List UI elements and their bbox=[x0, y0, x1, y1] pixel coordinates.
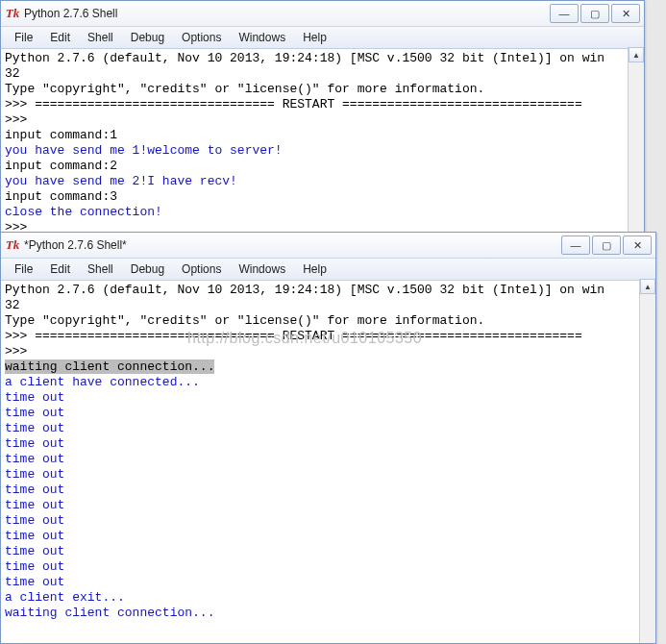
window-buttons: — ▢ ✕ bbox=[561, 235, 652, 255]
shell-line: 32 bbox=[5, 298, 652, 313]
shell-line: Python 2.7.6 (default, Nov 10 2013, 19:2… bbox=[5, 51, 640, 66]
scrollbar[interactable]: ▲ bbox=[628, 47, 644, 232]
shell-output[interactable]: Python 2.7.6 (default, Nov 10 2013, 19:2… bbox=[1, 281, 655, 644]
scroll-up-icon[interactable]: ▲ bbox=[640, 279, 655, 294]
shell-line: >>> bbox=[5, 344, 652, 359]
shell-line: time out bbox=[5, 575, 652, 590]
shell-line: time out bbox=[5, 559, 652, 575]
shell-line: time out bbox=[5, 436, 652, 452]
shell-line: time out bbox=[5, 421, 652, 436]
close-button[interactable]: ✕ bbox=[623, 235, 652, 255]
menu-file[interactable]: File bbox=[7, 29, 40, 46]
minimize-button[interactable]: — bbox=[550, 4, 579, 23]
menu-bar: File Edit Shell Debug Options Windows He… bbox=[1, 27, 644, 49]
menu-help[interactable]: Help bbox=[295, 260, 334, 278]
shell-line: time out bbox=[5, 513, 652, 529]
shell-line: Type "copyright", "credits" or "license(… bbox=[5, 313, 652, 329]
shell-line: input command:3 bbox=[5, 189, 640, 205]
titlebar[interactable]: Tk Python 2.7.6 Shell — ▢ ✕ bbox=[1, 1, 644, 27]
menu-options[interactable]: Options bbox=[174, 260, 229, 278]
maximize-button[interactable]: ▢ bbox=[592, 235, 621, 255]
shell-line: waiting client connection... bbox=[5, 606, 652, 621]
shell-line: input command:1 bbox=[5, 128, 640, 143]
shell-output[interactable]: Python 2.7.6 (default, Nov 10 2013, 19:2… bbox=[1, 49, 644, 237]
menu-windows[interactable]: Windows bbox=[231, 29, 293, 46]
window-buttons: — ▢ ✕ bbox=[550, 4, 640, 23]
menu-shell[interactable]: Shell bbox=[80, 29, 121, 46]
shell-line: a client exit... bbox=[5, 590, 652, 606]
menu-file[interactable]: File bbox=[7, 260, 40, 278]
tk-icon: Tk bbox=[5, 237, 20, 253]
scrollbar[interactable]: ▲ bbox=[639, 279, 655, 643]
menu-debug[interactable]: Debug bbox=[123, 260, 172, 278]
shell-line: time out bbox=[5, 483, 652, 498]
shell-line: time out bbox=[5, 529, 652, 544]
shell-line: you have send me 2!I have recv! bbox=[5, 174, 640, 189]
shell-line: time out bbox=[5, 452, 652, 467]
shell-line: >>> ================================ RES… bbox=[5, 329, 652, 344]
scroll-up-icon[interactable]: ▲ bbox=[629, 47, 644, 62]
menu-debug[interactable]: Debug bbox=[123, 29, 172, 46]
shell-line: you have send me 1!welcome to server! bbox=[5, 143, 640, 159]
tk-icon: Tk bbox=[5, 6, 20, 21]
minimize-button[interactable]: — bbox=[561, 235, 590, 255]
window-title: Python 2.7.6 Shell bbox=[24, 7, 550, 20]
window-server: Tk *Python 2.7.6 Shell* — ▢ ✕ File Edit … bbox=[0, 232, 656, 644]
menu-edit[interactable]: Edit bbox=[42, 260, 78, 278]
shell-line: 32 bbox=[5, 66, 640, 82]
shell-line: time out bbox=[5, 406, 652, 421]
maximize-button[interactable]: ▢ bbox=[580, 4, 609, 23]
shell-line: Type "copyright", "credits" or "license(… bbox=[5, 82, 640, 97]
menu-help[interactable]: Help bbox=[295, 29, 334, 46]
titlebar[interactable]: Tk *Python 2.7.6 Shell* — ▢ ✕ bbox=[1, 233, 655, 259]
menu-shell[interactable]: Shell bbox=[80, 260, 121, 278]
shell-line: >>> bbox=[5, 112, 640, 128]
menu-options[interactable]: Options bbox=[174, 29, 229, 46]
shell-line: a client have connected... bbox=[5, 375, 652, 390]
menu-windows[interactable]: Windows bbox=[231, 260, 293, 278]
shell-line: input command:2 bbox=[5, 159, 640, 174]
window-title: *Python 2.7.6 Shell* bbox=[24, 238, 561, 252]
window-client: Tk Python 2.7.6 Shell — ▢ ✕ File Edit Sh… bbox=[0, 0, 645, 233]
menu-bar: File Edit Shell Debug Options Windows He… bbox=[1, 259, 655, 281]
shell-line: time out bbox=[5, 467, 652, 483]
menu-edit[interactable]: Edit bbox=[42, 29, 78, 46]
shell-line: time out bbox=[5, 390, 652, 406]
shell-line: time out bbox=[5, 544, 652, 559]
shell-line: Python 2.7.6 (default, Nov 10 2013, 19:2… bbox=[5, 283, 652, 298]
shell-line: time out bbox=[5, 498, 652, 513]
shell-line: >>> ================================ RES… bbox=[5, 97, 640, 112]
shell-line: close the connection! bbox=[5, 205, 640, 220]
close-button[interactable]: ✕ bbox=[611, 4, 640, 23]
shell-line: waiting client connection... bbox=[5, 359, 652, 375]
